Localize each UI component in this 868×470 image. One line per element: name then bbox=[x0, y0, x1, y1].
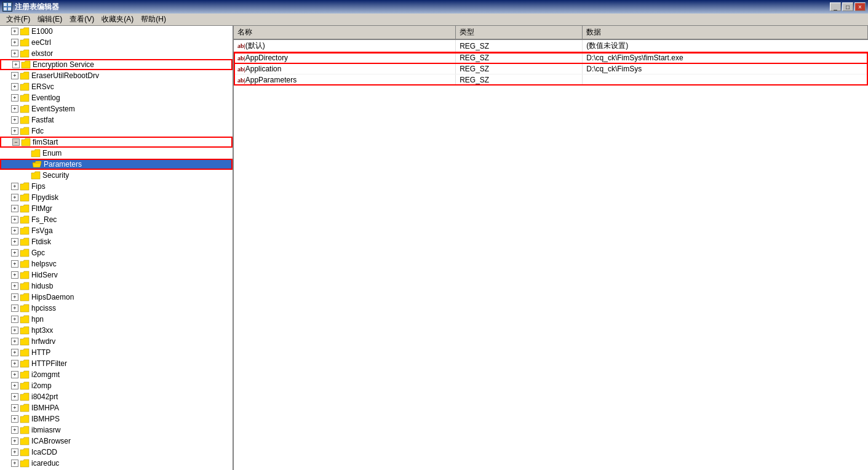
tree-item-IcaCDD[interactable]: + IcaCDD bbox=[0, 447, 233, 458]
minimize-button[interactable]: _ bbox=[830, 2, 841, 11]
expand-eeCtrl[interactable]: + bbox=[11, 39, 18, 46]
expand-ibmiasrw[interactable]: + bbox=[11, 426, 18, 434]
expand-icareduc[interactable]: + bbox=[11, 460, 18, 467]
expand-Eventlog[interactable]: + bbox=[11, 94, 18, 102]
tree-item-Fastfat[interactable]: + Fastfat bbox=[0, 114, 233, 125]
tree-item-ERSvc[interactable]: + ERSvc bbox=[0, 81, 233, 92]
tree-item-EncryptionService[interactable]: + Encryption Service bbox=[0, 59, 233, 70]
tree-item-FltMgr[interactable]: + FltMgr bbox=[0, 203, 233, 214]
tree-item-Security[interactable]: Security bbox=[0, 170, 233, 181]
tree-item-Flpydisk[interactable]: + Flpydisk bbox=[0, 192, 233, 203]
table-row-AppDirectory[interactable]: ab|AppDirectory REG_SZ D:\cq_ck\FimSys\f… bbox=[234, 52, 868, 63]
tree-item-EventSystem[interactable]: + EventSystem bbox=[0, 103, 233, 114]
tree-item-IBMHPA[interactable]: + IBMHPA bbox=[0, 402, 233, 413]
expand-EraserUtilRebootDrv[interactable]: + bbox=[11, 72, 18, 79]
tree-item-Fdc[interactable]: + Fdc bbox=[0, 125, 233, 137]
expand-i8042prt[interactable]: + bbox=[11, 393, 18, 400]
expand-Ftdisk[interactable]: + bbox=[11, 238, 18, 245]
folder-icon-Flpydisk bbox=[20, 193, 30, 202]
tree-item-Gpc[interactable]: + Gpc bbox=[0, 247, 233, 258]
tree-item-eeCtrl[interactable]: + eeCtrl bbox=[0, 37, 233, 48]
tree-scroll[interactable]: + E1000 + eeCtrl + elxstor bbox=[0, 26, 233, 470]
expand-hpn[interactable]: + bbox=[11, 316, 18, 323]
cell-name-text-AppDirectory: AppDirectory bbox=[245, 54, 288, 62]
menu-view[interactable]: 查看(V) bbox=[66, 13, 98, 26]
expand-IBMHPA[interactable]: + bbox=[11, 404, 18, 412]
tree-item-HidServ[interactable]: + HidServ bbox=[0, 269, 233, 281]
tree-item-HipsDaemon[interactable]: + HipsDaemon bbox=[0, 292, 233, 303]
expand-HipsDaemon[interactable]: + bbox=[11, 293, 18, 301]
expand-Fips[interactable]: + bbox=[11, 183, 18, 190]
cell-name-default: ab|(默认) bbox=[234, 39, 456, 52]
folder-icon-i2omp bbox=[20, 381, 30, 390]
tree-item-icareduc[interactable]: + icareduc bbox=[0, 458, 233, 469]
expand-i2omgmt[interactable]: + bbox=[11, 371, 18, 378]
expand-helpsvc[interactable]: + bbox=[11, 260, 18, 268]
tree-item-E1000[interactable]: + E1000 bbox=[0, 26, 233, 37]
tree-item-hpt3xx[interactable]: + hpt3xx bbox=[0, 325, 233, 336]
expand-hpcisss[interactable]: + bbox=[11, 305, 18, 312]
table-row-Application[interactable]: ab|Application REG_SZ D:\cq_ck\FimSys bbox=[234, 63, 868, 74]
expand-i2omp[interactable]: + bbox=[11, 382, 18, 389]
tree-item-hpcisss[interactable]: + hpcisss bbox=[0, 303, 233, 314]
expand-Fdc[interactable]: + bbox=[11, 127, 18, 135]
tree-item-Eventlog[interactable]: + Eventlog bbox=[0, 92, 233, 103]
expand-hidusb[interactable]: + bbox=[11, 282, 18, 290]
expand-IBMHPS[interactable]: + bbox=[11, 415, 18, 423]
tree-item-hidusb[interactable]: + hidusb bbox=[0, 281, 233, 292]
expand-ICABrowser[interactable]: + bbox=[11, 437, 18, 445]
tree-item-Parameters[interactable]: Parameters bbox=[0, 159, 233, 170]
expand-HTTPFilter[interactable]: + bbox=[11, 360, 18, 367]
tree-item-Fs_Rec[interactable]: + Fs_Rec bbox=[0, 214, 233, 225]
maximize-button[interactable]: □ bbox=[842, 2, 853, 11]
tree-item-hpn[interactable]: + hpn bbox=[0, 314, 233, 325]
folder-icon-hpcisss bbox=[20, 304, 30, 313]
tree-item-ibmiasrw[interactable]: + ibmiasrw bbox=[0, 424, 233, 436]
expand-HidServ[interactable]: + bbox=[11, 271, 18, 279]
tree-label-Flpydisk: Flpydisk bbox=[31, 193, 58, 202]
expand-FsVga[interactable]: + bbox=[11, 227, 18, 234]
tree-item-i2omp[interactable]: + i2omp bbox=[0, 380, 233, 391]
tree-item-IBMHPS[interactable]: + IBMHPS bbox=[0, 413, 233, 424]
tree-item-helpsvc[interactable]: + helpsvc bbox=[0, 258, 233, 269]
tree-item-EraserUtilRebootDrv[interactable]: + EraserUtilRebootDrv bbox=[0, 70, 233, 81]
expand-EventSystem[interactable]: + bbox=[11, 105, 18, 113]
tree-item-hrfwdrv[interactable]: + hrfwdrv bbox=[0, 336, 233, 347]
tree-item-Ftdisk[interactable]: + Ftdisk bbox=[0, 236, 233, 247]
tree-item-Fips[interactable]: + Fips bbox=[0, 181, 233, 192]
close-button[interactable]: × bbox=[854, 2, 866, 11]
expand-IcaCDD[interactable]: + bbox=[11, 448, 18, 456]
expand-Gpc[interactable]: + bbox=[11, 249, 18, 257]
tree-item-FsVga[interactable]: + FsVga bbox=[0, 225, 233, 236]
tree-item-fimStart[interactable]: − fimStart bbox=[0, 137, 233, 148]
expand-Fs_Rec[interactable]: + bbox=[11, 216, 18, 223]
menu-file[interactable]: 文件(F) bbox=[2, 13, 34, 26]
expand-fimStart[interactable]: − bbox=[12, 138, 20, 146]
tree-item-HTTPFilter[interactable]: + HTTPFilter bbox=[0, 358, 233, 369]
expand-hrfwdrv[interactable]: + bbox=[11, 338, 18, 345]
expand-Flpydisk[interactable]: + bbox=[11, 194, 18, 201]
table-row-AppParameters[interactable]: ab|AppParameters REG_SZ bbox=[234, 74, 868, 86]
tree-item-i8042prt[interactable]: + i8042prt bbox=[0, 391, 233, 402]
expand-elxstor[interactable]: + bbox=[11, 50, 18, 57]
reg-type-icon-AppParameters: ab| bbox=[237, 77, 245, 84]
expand-E1000[interactable]: + bbox=[11, 28, 18, 35]
menu-edit[interactable]: 编辑(E) bbox=[34, 13, 66, 26]
expand-HTTP[interactable]: + bbox=[11, 349, 18, 356]
menu-favorites[interactable]: 收藏夹(A) bbox=[98, 13, 137, 26]
table-row-default[interactable]: ab|(默认) REG_SZ (数值未设置) bbox=[234, 39, 868, 52]
tree-item-i2omgmt[interactable]: + i2omgmt bbox=[0, 369, 233, 380]
expand-ERSvc[interactable]: + bbox=[11, 83, 18, 90]
tree-item-HTTP[interactable]: + HTTP bbox=[0, 347, 233, 358]
menu-help[interactable]: 帮助(H) bbox=[137, 13, 170, 26]
expand-FltMgr[interactable]: + bbox=[11, 205, 18, 212]
tree-item-elxstor[interactable]: + elxstor bbox=[0, 48, 233, 59]
expand-EncryptionService[interactable]: + bbox=[12, 61, 20, 68]
expand-hpt3xx[interactable]: + bbox=[11, 327, 18, 334]
data-table-scroll[interactable]: 名称 类型 数据 ab|(默认) REG_SZ (数值未设置) bbox=[234, 26, 868, 470]
expand-Fastfat[interactable]: + bbox=[11, 116, 18, 124]
tree-item-Enum[interactable]: Enum bbox=[0, 148, 233, 159]
tree-item-ICABrowser[interactable]: + ICABrowser bbox=[0, 436, 233, 447]
tree-label-eeCtrl: eeCtrl bbox=[31, 38, 51, 47]
cell-data-Application: D:\cq_ck\FimSys bbox=[583, 63, 868, 74]
